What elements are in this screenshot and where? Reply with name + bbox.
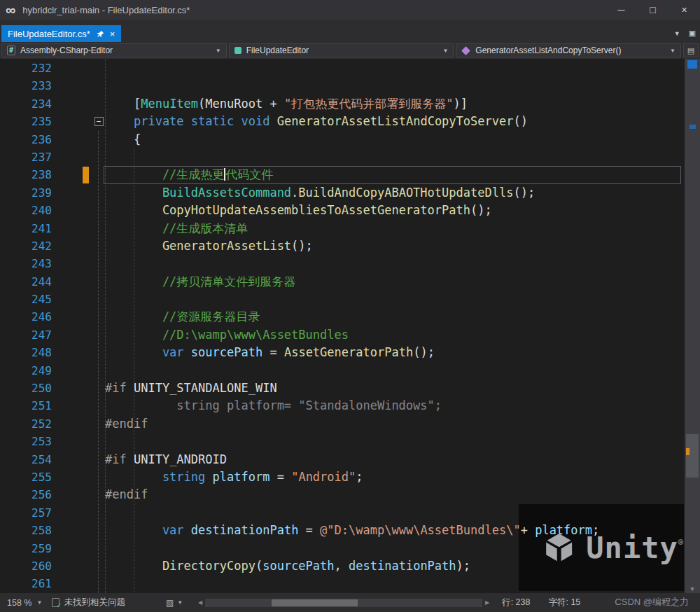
code-text[interactable]: #endif (105, 486, 683, 503)
code-line[interactable]: 233 (0, 77, 683, 95)
vertical-scrollbar-thumb[interactable] (686, 434, 699, 478)
code-line[interactable]: 253 (0, 433, 683, 450)
code-line[interactable]: 261 (0, 575, 683, 592)
code-text[interactable]: //拷贝清单文件到服务器 (105, 273, 683, 291)
code-line[interactable]: 244//拷贝清单文件到服务器 (0, 273, 683, 291)
method-icon (461, 46, 470, 55)
code-token (205, 470, 212, 484)
tab-list-chevron-icon[interactable]: ▼ (674, 30, 680, 37)
code-text[interactable]: string platform= "StandaloneWindows"; (105, 397, 683, 415)
selection-margin (63, 202, 92, 219)
code-line[interactable]: 254#if UNITY_ANDROID (0, 451, 683, 468)
horizontal-scrollbar-track[interactable] (205, 599, 482, 607)
code-line[interactable]: 259 (0, 540, 683, 557)
code-text[interactable]: var sourcePath = AssetGeneratorPath(); (105, 344, 683, 361)
window-layout-icon[interactable]: ▣ (689, 29, 696, 38)
code-line[interactable]: 243 (0, 255, 683, 272)
code-line[interactable]: 235−private static void GeneratorAssetLi… (0, 113, 683, 130)
code-line[interactable]: 237 (0, 148, 683, 166)
scroll-left-icon[interactable]: ◀ (195, 599, 205, 606)
horizontal-scrollbar-thumb[interactable] (272, 599, 358, 606)
code-line[interactable]: 251string platform= "StandaloneWindows"; (0, 397, 683, 415)
code-text[interactable]: { (105, 131, 683, 148)
code-cleanup-control[interactable]: ▧ ▼ (166, 598, 183, 608)
code-token: GeneratorAssetList (162, 239, 291, 253)
code-text[interactable]: BuildAssetsCommand.BuildAndCopyABAOTHotU… (105, 184, 683, 202)
zoom-control[interactable]: 158 % ▼ (7, 598, 42, 608)
code-text[interactable]: string platform = "Android"; (105, 468, 683, 486)
code-lines: 232233234[MenuItem(MenuRoot + "打包热更代码并部署… (0, 60, 683, 593)
code-line[interactable]: 260DirectoryCopy(sourcePath, destination… (0, 557, 683, 575)
document-check-icon: ✓ (52, 598, 59, 607)
code-text[interactable] (105, 433, 683, 450)
current-code-line[interactable]: 238//生成热更代码文件 (0, 166, 683, 183)
code-text[interactable]: CopyHotUpdateAssembliesToAssetGeneratorP… (105, 202, 683, 219)
selection-margin (63, 148, 92, 166)
code-line[interactable]: 245 (0, 291, 683, 308)
maximize-button[interactable]: □ (637, 0, 668, 20)
code-text[interactable]: #if UNITY_ANDROID (105, 451, 683, 468)
code-line[interactable]: 256#endif (0, 486, 683, 503)
scroll-right-icon[interactable]: ▶ (482, 599, 492, 606)
code-text[interactable]: [MenuItem(MenuRoot + "打包热更代码并部署到服务器")] (105, 95, 683, 113)
document-health-indicator[interactable]: ✓ 未找到相关问题 (52, 597, 125, 608)
code-line[interactable]: 240CopyHotUpdateAssembliesToAssetGenerat… (0, 202, 683, 219)
code-text[interactable]: #if UNITY_STANDALONE_WIN (105, 380, 683, 397)
scroll-down-icon[interactable]: ▼ (685, 585, 700, 592)
code-token: ; (592, 523, 599, 537)
code-text[interactable] (105, 504, 683, 522)
code-text[interactable]: GeneratorAssetList(); (105, 237, 683, 255)
code-text[interactable]: var destinationPath = @"D:\wamp\www\Asse… (105, 522, 683, 539)
code-line[interactable]: 234[MenuItem(MenuRoot + "打包热更代码并部署到服务器")… (0, 95, 683, 113)
tab-fileupdateeditor[interactable]: FileUpdateEditor.cs* × (1, 25, 121, 42)
line-number: 250 (0, 380, 63, 397)
code-line[interactable]: 236{ (0, 131, 683, 148)
code-editor[interactable]: Unity® 232233234[MenuItem(MenuRoot + "打包… (0, 59, 700, 593)
code-token: . (291, 186, 298, 200)
code-line[interactable]: 248var sourcePath = AssetGeneratorPath()… (0, 344, 683, 361)
code-text[interactable] (105, 540, 683, 557)
class-dropdown[interactable]: FileUpdateEditor ▼ (229, 43, 454, 57)
tab-close-icon[interactable]: × (110, 29, 115, 39)
code-text[interactable]: //生成版本清单 (105, 220, 683, 237)
code-token: platform (213, 470, 270, 484)
code-line[interactable]: 241//生成版本清单 (0, 220, 683, 237)
code-text[interactable]: //生成热更代码文件 (105, 166, 683, 183)
code-text[interactable] (105, 575, 683, 592)
code-line[interactable]: 247//D:\wamp\www\AssetBundles (0, 326, 683, 344)
code-line[interactable]: 257 (0, 504, 683, 522)
member-dropdown[interactable]: GeneratorAssetListAndCopyToServer() ▼ (456, 43, 681, 57)
code-line[interactable]: 232 (0, 60, 683, 77)
close-button[interactable]: × (668, 0, 700, 20)
code-text[interactable]: private static void GeneratorAssetListAn… (105, 113, 683, 130)
vertical-scrollbar[interactable]: ▼ (685, 59, 700, 593)
navbar-extra-icon[interactable]: ▤ (683, 43, 699, 57)
code-line[interactable]: 249 (0, 362, 683, 380)
code-line[interactable]: 239BuildAssetsCommand.BuildAndCopyABAOTH… (0, 184, 683, 202)
code-text[interactable] (105, 362, 683, 380)
chevron-down-icon: ▼ (36, 599, 42, 606)
code-line[interactable]: 255string platform = "Android"; (0, 468, 683, 486)
pin-icon[interactable] (97, 30, 104, 38)
code-text[interactable]: DirectoryCopy(sourcePath, destinationPat… (105, 557, 683, 575)
minimize-button[interactable]: ─ (606, 0, 637, 20)
code-text[interactable]: //资源服务器目录 (105, 308, 683, 326)
horizontal-scrollbar[interactable]: ◀ ▶ (195, 598, 492, 608)
code-token: MenuRoot (205, 97, 262, 111)
code-text[interactable] (105, 148, 683, 166)
code-line[interactable]: 258var destinationPath = @"D:\wamp\www\A… (0, 522, 683, 539)
code-line[interactable]: 252#endif (0, 415, 683, 433)
code-text[interactable] (105, 291, 683, 308)
code-text[interactable] (105, 60, 683, 77)
fold-margin (92, 397, 105, 415)
code-line[interactable]: 250#if UNITY_STANDALONE_WIN (0, 380, 683, 397)
code-line[interactable]: 246//资源服务器目录 (0, 308, 683, 326)
fold-collapse-icon[interactable]: − (94, 117, 104, 126)
code-text[interactable]: #endif (105, 415, 683, 433)
code-line[interactable]: 242GeneratorAssetList(); (0, 237, 683, 255)
code-token: sourcePath (262, 559, 334, 573)
code-text[interactable] (105, 255, 683, 272)
code-text[interactable] (105, 77, 683, 95)
project-dropdown[interactable]: # Assembly-CSharp-Editor ▼ (1, 43, 227, 57)
code-text[interactable]: //D:\wamp\www\AssetBundles (105, 326, 683, 344)
